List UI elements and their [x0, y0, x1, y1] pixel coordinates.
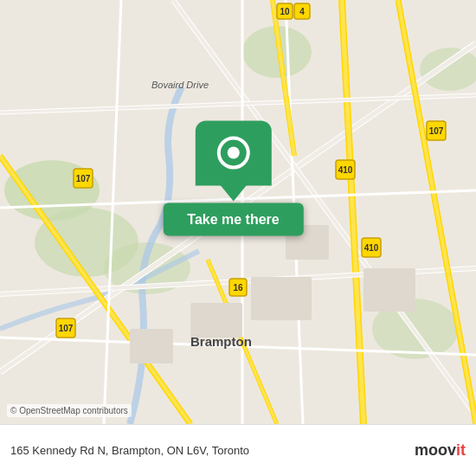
svg-text:10: 10 [280, 7, 290, 16]
svg-text:410: 410 [338, 165, 353, 175]
map-copyright: © OpenStreetMap contributors [7, 404, 132, 417]
moovit-logo: moovit [415, 441, 466, 460]
pin-button-overlay: Take me there [163, 120, 303, 235]
svg-text:Brampton: Brampton [190, 334, 252, 349]
svg-text:107: 107 [429, 126, 444, 136]
svg-text:410: 410 [364, 243, 379, 253]
moovit-logo-text: moovit [415, 441, 466, 460]
address-text: 165 Kennedy Rd N, Brampton, ON L6V, Toro… [10, 444, 415, 457]
svg-text:16: 16 [233, 283, 243, 293]
svg-rect-34 [363, 268, 415, 312]
svg-text:107: 107 [76, 174, 91, 183]
svg-text:Bovaird Drive: Bovaird Drive [151, 80, 209, 90]
svg-rect-30 [251, 277, 312, 320]
map-container: Bovaird Drive Brampton 107 107 107 410 4… [0, 0, 476, 424]
pin-icon [216, 137, 249, 170]
map-pin [195, 120, 271, 185]
take-me-there-button[interactable]: Take me there [163, 203, 303, 235]
svg-rect-32 [130, 329, 173, 363]
svg-text:107: 107 [59, 324, 74, 333]
svg-text:4: 4 [299, 7, 305, 16]
bottom-bar: 165 Kennedy Rd N, Brampton, ON L6V, Toro… [0, 424, 476, 476]
svg-rect-31 [190, 303, 242, 338]
